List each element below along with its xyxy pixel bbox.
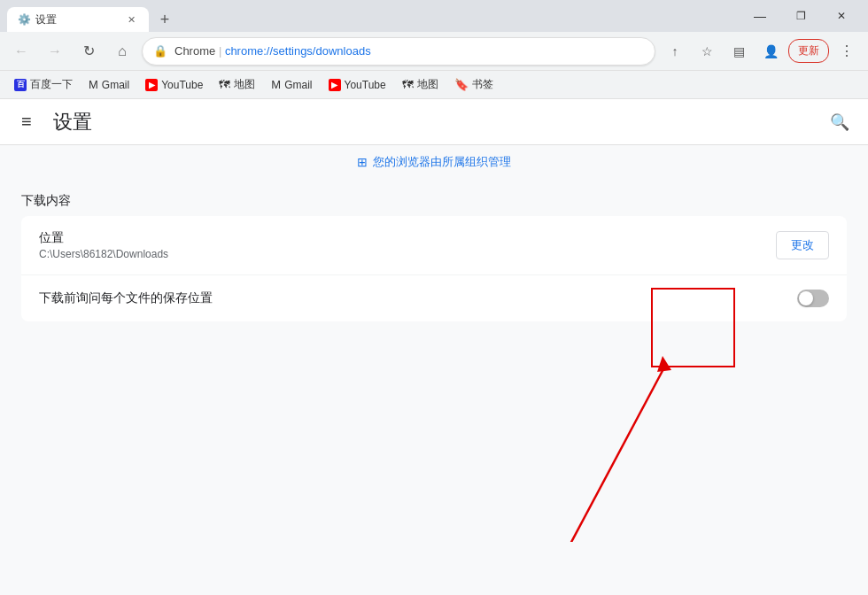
page-title: 设置	[53, 109, 92, 135]
svg-line-0	[496, 367, 664, 542]
forward-button[interactable]: →	[41, 37, 69, 66]
ask-before-download-row: 下载前询问每个文件的保存位置	[21, 275, 847, 321]
address-text: Chrome | chrome://settings/downloads	[174, 44, 644, 58]
bookmark-baidu-label: 百度一下	[30, 77, 73, 92]
bookmark-gmail2-label: Gmail	[284, 79, 312, 91]
bookmark-maps1[interactable]: 🗺 地图	[212, 73, 262, 96]
downloads-settings-card: 位置 C:\Users\86182\Downloads 更改 下载前询问每个文件…	[21, 216, 847, 321]
back-button[interactable]: ←	[7, 37, 35, 66]
bookmark-maps2-label: 地图	[417, 77, 438, 92]
bookmark-button[interactable]: ☆	[693, 37, 721, 66]
restore-button[interactable]: ❐	[781, 2, 820, 30]
location-label-group: 位置 C:\Users\86182\Downloads	[39, 230, 776, 260]
address-bar[interactable]: 🔒 Chrome | chrome://settings/downloads	[142, 37, 655, 66]
youtube2-icon: ▶	[329, 79, 341, 91]
minimize-button[interactable]: —	[740, 2, 779, 30]
hamburger-menu-button[interactable]: ≡	[14, 104, 39, 139]
bookmark-maps1-label: 地图	[234, 77, 255, 92]
youtube1-icon: ▶	[145, 79, 158, 91]
location-label: 位置	[39, 230, 776, 246]
ask-label-group: 下载前询问每个文件的保存位置	[39, 290, 797, 306]
home-button[interactable]: ⌂	[108, 37, 136, 66]
location-setting-row: 位置 C:\Users\86182\Downloads 更改	[21, 216, 847, 275]
navigation-bar: ← → ↻ ⌂ 🔒 Chrome | chrome://settings/dow…	[0, 32, 868, 71]
bookmark-youtube2[interactable]: ▶ YouTube	[322, 75, 393, 95]
settings-header: ≡ 设置 🔍	[0, 99, 868, 145]
location-action: 更改	[776, 231, 829, 259]
tab-title: 设置	[35, 12, 119, 27]
bookmark-maps2[interactable]: 🗺 地图	[395, 73, 446, 96]
bookmark-youtube1-label: YouTube	[161, 79, 203, 91]
managed-link[interactable]: ⊞ 您的浏览器由所属组织管理	[357, 154, 511, 170]
managed-notice-bar: ⊞ 您的浏览器由所属组织管理	[0, 145, 868, 179]
profile-button[interactable]: 👤	[756, 37, 785, 66]
nav-right-actions: ↑ ☆ ▤ 👤 更新 ⋮	[661, 37, 861, 66]
active-tab[interactable]: ⚙️ 设置 ✕	[7, 7, 149, 32]
bookmark-bookmarks[interactable]: 🔖 书签	[447, 73, 500, 96]
maps2-icon: 🗺	[402, 78, 414, 91]
page-content: ≡ 设置 🔍 ⊞ 您的浏览器由所属组织管理 下载内容 位置 C:\Users\8…	[0, 99, 868, 595]
bookmark-baidu[interactable]: 百 百度一下	[7, 73, 80, 96]
bookmark-gmail1-label: Gmail	[102, 79, 129, 91]
address-url: chrome://settings/downloads	[225, 44, 371, 58]
update-button[interactable]: 更新	[788, 39, 829, 63]
share-button[interactable]: ↑	[661, 37, 689, 66]
refresh-button[interactable]: ↻	[74, 37, 103, 66]
bookmarks-folder-icon: 🔖	[454, 78, 469, 91]
location-path: C:\Users\86182\Downloads	[39, 248, 776, 260]
reader-mode-button[interactable]: ▤	[725, 37, 753, 66]
tab-settings-icon: ⚙️	[18, 13, 30, 26]
managed-icon: ⊞	[357, 155, 368, 169]
change-location-button[interactable]: 更改	[776, 231, 829, 259]
ask-toggle-action	[797, 290, 829, 307]
settings-body: 下载内容 位置 C:\Users\86182\Downloads 更改 下载前询…	[0, 179, 868, 350]
search-button[interactable]: 🔍	[825, 108, 854, 136]
window-frame: ⚙️ 设置 ✕ + — ❐ ✕ ← → ↻ ⌂ 🔒 Chrome | chrom…	[0, 0, 868, 595]
window-controls: — ❐ ✕	[740, 2, 861, 30]
gmail1-icon: M	[89, 78, 98, 91]
bookmark-gmail1[interactable]: M Gmail	[81, 74, 136, 95]
toggle-knob	[799, 291, 813, 305]
close-button[interactable]: ✕	[822, 2, 861, 30]
tab-close-button[interactable]: ✕	[124, 12, 138, 27]
maps1-icon: 🗺	[219, 78, 230, 91]
gmail2-icon: M	[271, 78, 281, 91]
ask-before-download-label: 下载前询问每个文件的保存位置	[39, 290, 797, 306]
new-tab-button[interactable]: +	[152, 7, 177, 32]
address-protocol: Chrome	[174, 44, 215, 58]
security-icon: 🔒	[153, 44, 167, 58]
menu-button[interactable]: ⋮	[833, 37, 861, 66]
bookmark-bookmarks-label: 书签	[472, 77, 493, 92]
section-title: 下载内容	[21, 193, 847, 209]
baidu-icon: 百	[14, 79, 27, 91]
title-bar: ⚙️ 设置 ✕ + — ❐ ✕	[0, 0, 868, 32]
ask-before-download-toggle[interactable]	[797, 290, 829, 307]
bookmark-youtube2-label: YouTube	[345, 79, 386, 91]
svg-marker-1	[657, 356, 671, 372]
bookmark-youtube1[interactable]: ▶ YouTube	[138, 75, 210, 95]
managed-text: 您的浏览器由所属组织管理	[373, 154, 511, 170]
bookmark-gmail2[interactable]: M Gmail	[264, 74, 319, 95]
tab-bar-area: ⚙️ 设置 ✕ +	[7, 0, 737, 32]
bookmarks-bar: 百 百度一下 M Gmail ▶ YouTube 🗺 地图 M Gmail ▶ …	[0, 71, 868, 99]
